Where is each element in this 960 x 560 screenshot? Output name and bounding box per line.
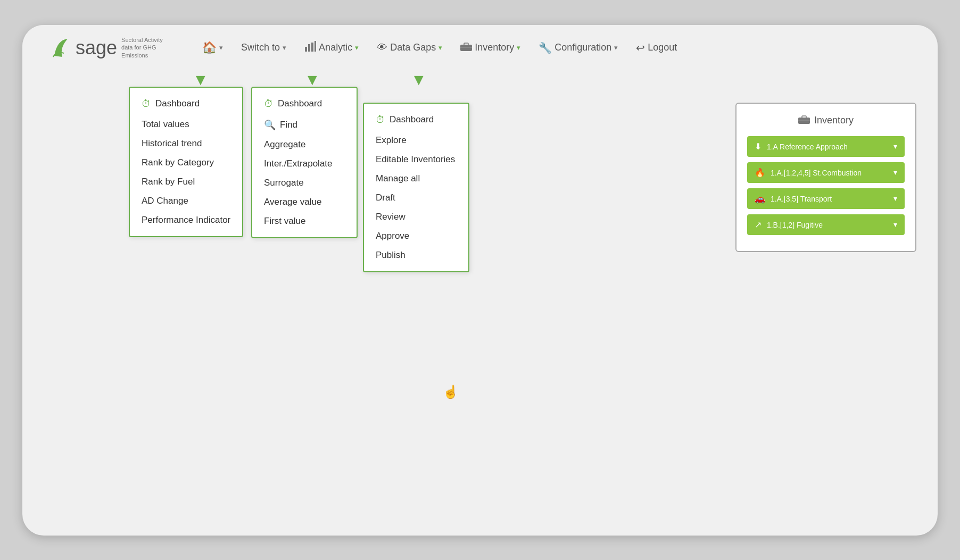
inv-btn-fug-icon: ↗ bbox=[755, 220, 762, 229]
inv-editable-label: Editable Inventories bbox=[376, 154, 455, 165]
datagaps-dashboard-item[interactable]: ⏱ Dashboard bbox=[252, 94, 357, 115]
logo-leaf-svg bbox=[49, 35, 76, 61]
inv-manage-label: Manage all bbox=[376, 173, 420, 184]
inv-review[interactable]: Review bbox=[364, 207, 468, 227]
inv-explore[interactable]: Explore bbox=[364, 131, 468, 150]
datagaps-find-label: Find bbox=[280, 120, 297, 130]
svg-rect-2 bbox=[311, 43, 313, 52]
datagaps-inter-label: Inter./Extrapolate bbox=[264, 158, 333, 169]
inv-draft[interactable]: Draft bbox=[364, 188, 468, 207]
analytics-icon bbox=[304, 40, 316, 55]
svg-rect-3 bbox=[315, 41, 316, 52]
analytics-total-label: Total values bbox=[142, 119, 189, 130]
config-arrow: ▾ bbox=[614, 44, 618, 52]
analytics-dash-label: Dashboard bbox=[155, 98, 200, 109]
config-icon: 🔧 bbox=[539, 41, 552, 54]
home-arrow: ▾ bbox=[219, 44, 223, 52]
analytics-historical-trend[interactable]: Historical trend bbox=[130, 134, 242, 153]
inv-btn-reference[interactable]: ⬇ 1.A Reference Approach ▾ bbox=[747, 136, 905, 157]
inv-btn-trans-icon: 🚗 bbox=[755, 194, 765, 203]
inv-btn-ref-label: 1.A Reference Approach bbox=[767, 143, 848, 151]
data-gaps-label: Data Gaps bbox=[390, 42, 436, 53]
datagaps-interextrapolate[interactable]: Inter./Extrapolate bbox=[252, 154, 357, 173]
datagaps-average[interactable]: Average value bbox=[252, 193, 357, 212]
inventory-nav-label: Inventory bbox=[475, 42, 514, 53]
datagaps-aggregate[interactable]: Aggregate bbox=[252, 135, 357, 154]
nav-logout[interactable]: ↩ Logout bbox=[630, 38, 683, 57]
logout-icon: ↩ bbox=[636, 41, 645, 54]
nav-switch-to[interactable]: Switch to ▾ bbox=[235, 39, 293, 56]
inventory-nav-arrow: ▾ bbox=[517, 44, 520, 52]
data-gaps-icon: 👁 bbox=[377, 41, 387, 54]
analytics-perf-label: Performance Indicator bbox=[142, 215, 230, 225]
analytics-label: Analytic bbox=[319, 42, 352, 53]
switch-to-arrow: ▾ bbox=[283, 44, 286, 52]
home-icon: 🏠 bbox=[202, 41, 217, 55]
inv-btn-trans-arrow: ▾ bbox=[893, 194, 897, 203]
analytics-dashboard-item[interactable]: ⏱ Dashboard bbox=[130, 94, 242, 115]
inv-btn-ref-icon: ⬇ bbox=[755, 142, 762, 151]
inventory-panel: Inventory ⬇ 1.A Reference Approach ▾ 🔥 1… bbox=[735, 103, 916, 252]
analytics-ad-change[interactable]: AD Change bbox=[130, 191, 242, 211]
analytics-arrow: ▾ bbox=[355, 44, 359, 52]
nav-configuration[interactable]: 🔧 Configuration ▾ bbox=[532, 38, 624, 57]
app-container: sage Sectoral Activity data for GHG Emis… bbox=[22, 25, 938, 536]
inv-btn-fugitive[interactable]: ↗ 1.B.[1,2] Fugitive ▾ bbox=[747, 214, 905, 235]
logo-area: sage Sectoral Activity data for GHG Emis… bbox=[49, 35, 175, 61]
inv-approve-label: Approve bbox=[376, 231, 409, 241]
analytics-total-values[interactable]: Total values bbox=[130, 115, 242, 134]
inv-panel-title: Inventory bbox=[814, 115, 854, 126]
analytics-performance[interactable]: Performance Indicator bbox=[130, 211, 242, 230]
nav-home[interactable]: 🏠 ▾ bbox=[196, 38, 229, 58]
datagaps-surrogate[interactable]: Surrogate bbox=[252, 173, 357, 193]
config-label: Configuration bbox=[555, 42, 611, 53]
inv-publish[interactable]: Publish bbox=[364, 246, 468, 265]
inventory-green-arrow: ▼ bbox=[411, 71, 427, 89]
inventory-nav-icon bbox=[460, 41, 472, 54]
datagaps-first[interactable]: First value bbox=[252, 212, 357, 231]
svg-rect-1 bbox=[308, 44, 310, 52]
analytics-ad-label: AD Change bbox=[142, 196, 188, 206]
analytics-rank-fuel-label: Rank by Fuel bbox=[142, 177, 195, 187]
analytics-green-arrow: ▼ bbox=[193, 71, 209, 89]
cursor: ☝ bbox=[443, 385, 459, 399]
datagaps-dash-label: Dashboard bbox=[278, 98, 322, 109]
inv-manage[interactable]: Manage all bbox=[364, 169, 468, 188]
inv-dash-label: Dashboard bbox=[390, 114, 434, 125]
inv-dash-icon: ⏱ bbox=[376, 114, 385, 126]
inv-btn-ref-arrow: ▾ bbox=[893, 142, 897, 151]
logo-name: sage bbox=[76, 37, 117, 59]
inv-btn-fug-arrow: ▾ bbox=[893, 220, 897, 229]
inv-approve[interactable]: Approve bbox=[364, 227, 468, 246]
inv-dashboard-item[interactable]: ⏱ Dashboard bbox=[364, 110, 468, 131]
nav-inventory[interactable]: Inventory ▾ bbox=[454, 38, 527, 57]
inv-btn-comb-label: 1.A.[1,2,4,5] St.Combustion bbox=[771, 169, 862, 177]
inv-btn-comb-arrow: ▾ bbox=[893, 168, 897, 177]
inventory-panel-header: Inventory bbox=[747, 114, 905, 127]
navbar: sage Sectoral Activity data for GHG Emis… bbox=[22, 25, 938, 71]
analytics-dropdown: ⏱ Dashboard Total values Historical tren… bbox=[129, 87, 243, 237]
logout-label: Logout bbox=[648, 42, 677, 53]
switch-to-label: Switch to bbox=[241, 42, 280, 53]
inv-publish-label: Publish bbox=[376, 250, 405, 261]
inventory-dropdown: ⏱ Dashboard Explore Editable Inventories… bbox=[363, 103, 469, 272]
inv-panel-icon bbox=[798, 114, 810, 127]
analytics-rank-cat-label: Rank by Category bbox=[142, 157, 214, 168]
inv-draft-label: Draft bbox=[376, 193, 395, 203]
inv-btn-transport[interactable]: 🚗 1.A.[3,5] Transport ▾ bbox=[747, 188, 905, 209]
data-gaps-arrow: ▾ bbox=[438, 44, 442, 52]
nav-analytics[interactable]: Analytic ▾ bbox=[298, 37, 365, 58]
datagaps-dash-icon: ⏱ bbox=[264, 98, 274, 110]
analytics-rank-category[interactable]: Rank by Category bbox=[130, 153, 242, 172]
inv-editable[interactable]: Editable Inventories bbox=[364, 150, 468, 169]
datagaps-find[interactable]: 🔍 Find bbox=[252, 115, 357, 135]
datagaps-find-icon: 🔍 bbox=[264, 119, 276, 131]
nav-data-gaps[interactable]: 👁 Data Gaps ▾ bbox=[370, 38, 449, 57]
logo-tagline: Sectoral Activity data for GHG Emissions bbox=[121, 36, 175, 59]
inv-btn-combustion[interactable]: 🔥 1.A.[1,2,4,5] St.Combustion ▾ bbox=[747, 162, 905, 183]
datagaps-dropdown: ⏱ Dashboard 🔍 Find Aggregate Inter./Extr… bbox=[251, 87, 358, 238]
analytics-rank-fuel[interactable]: Rank by Fuel bbox=[130, 172, 242, 191]
datagaps-avg-label: Average value bbox=[264, 197, 321, 207]
main-content: ▼ ▼ ▼ ⏱ Dashboard Total values Historica… bbox=[22, 71, 938, 443]
svg-rect-4 bbox=[460, 45, 472, 51]
